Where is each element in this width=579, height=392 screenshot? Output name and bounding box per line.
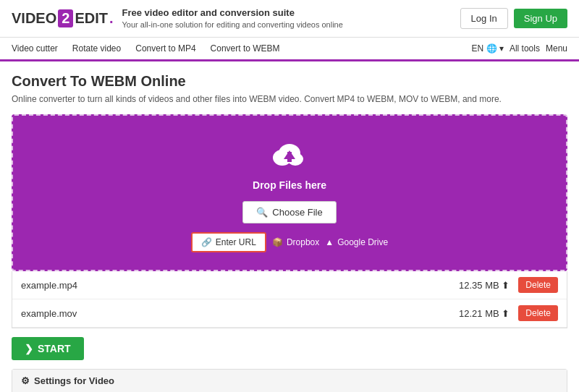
logo-two: 2 — [58, 9, 73, 27]
chevron-right-icon: ❯ — [25, 343, 33, 354]
nav-item-convert-webm[interactable]: Convert to WEBM — [211, 43, 280, 54]
link-icon: 🔗 — [201, 237, 212, 247]
start-label: START — [38, 343, 71, 354]
file-list: example.mp4 12.35 MB ⬆ Delete example.mo… — [12, 271, 567, 328]
enter-url-button[interactable]: 🔗 Enter URL — [191, 232, 266, 252]
nav-item-convert-mp4[interactable]: Convert to MP4 — [135, 43, 195, 54]
logo-video: VIDEO — [12, 10, 56, 27]
nav-all-tools[interactable]: All tools — [510, 43, 540, 54]
header: VIDEO 2 EDIT . Free video editor and con… — [0, 0, 579, 38]
header-right: Log In Sign Up — [460, 8, 567, 29]
delete-button-1[interactable]: Delete — [518, 277, 558, 293]
start-section: ❯ START — [12, 328, 567, 369]
nav-menu[interactable]: Menu — [546, 43, 567, 54]
signup-button[interactable]: Sign Up — [514, 9, 567, 28]
nav-item-video-cutter[interactable]: Video cutter — [12, 43, 58, 54]
start-button[interactable]: ❯ START — [12, 337, 84, 360]
drop-files-text: Drop Files here — [253, 179, 326, 191]
tagline-sub: Your all-in-one solution for editing and… — [122, 20, 343, 29]
choose-file-label: Choose File — [272, 207, 322, 218]
url-buttons-row: 🔗 Enter URL 📦 Dropbox ▲ Google Drive — [191, 232, 388, 252]
gear-icon: ⚙ — [21, 375, 30, 386]
nav-right: EN 🌐 ▾ All tools Menu — [472, 43, 567, 54]
settings-title: Settings for Video — [34, 375, 114, 386]
settings-section: ⚙ Settings for Video Change frame rate: … — [12, 369, 567, 392]
logo-dot: . — [109, 10, 114, 27]
google-drive-button[interactable]: ▲ Google Drive — [325, 237, 388, 247]
dropbox-label: Dropbox — [287, 237, 319, 247]
page-description: Online converter to turn all kinds of vi… — [12, 94, 567, 104]
page-title: Convert To WEBM Online — [12, 73, 567, 90]
upload-area: Drop Files here 🔍 Choose File 🔗 Enter UR… — [12, 114, 567, 271]
dropbox-button[interactable]: 📦 Dropbox — [272, 237, 319, 247]
file-name-2: example.mov — [21, 308, 459, 319]
logo-edit: EDIT — [75, 10, 108, 27]
enter-url-label: Enter URL — [216, 237, 256, 247]
header-left: VIDEO 2 EDIT . Free video editor and con… — [12, 7, 343, 30]
dropbox-icon: 📦 — [272, 237, 283, 247]
tagline-title: Free video editor and conversion suite — [122, 7, 343, 20]
upload-cloud-icon — [268, 137, 311, 174]
logo: VIDEO 2 EDIT . — [12, 9, 114, 27]
navbar: Video cutter Rotate video Convert to MP4… — [0, 38, 579, 61]
file-size-1: 12.35 MB ⬆ — [459, 280, 510, 291]
table-row: example.mov 12.21 MB ⬆ Delete — [12, 299, 567, 328]
nav-language[interactable]: EN 🌐 ▾ — [472, 43, 504, 54]
page-content: Convert To WEBM Online Online converter … — [0, 61, 579, 392]
search-icon: 🔍 — [256, 207, 268, 218]
nav-item-rotate-video[interactable]: Rotate video — [72, 43, 121, 54]
file-name-1: example.mp4 — [21, 280, 459, 291]
login-button[interactable]: Log In — [460, 8, 508, 29]
settings-header: ⚙ Settings for Video — [12, 370, 567, 392]
table-row: example.mp4 12.35 MB ⬆ Delete — [12, 271, 567, 299]
gdrive-label: Google Drive — [337, 237, 388, 247]
file-size-2: 12.21 MB ⬆ — [459, 308, 510, 319]
delete-button-2[interactable]: Delete — [518, 305, 558, 321]
choose-file-button[interactable]: 🔍 Choose File — [242, 201, 336, 223]
gdrive-icon: ▲ — [325, 237, 334, 247]
header-tagline: Free video editor and conversion suite Y… — [122, 7, 343, 30]
